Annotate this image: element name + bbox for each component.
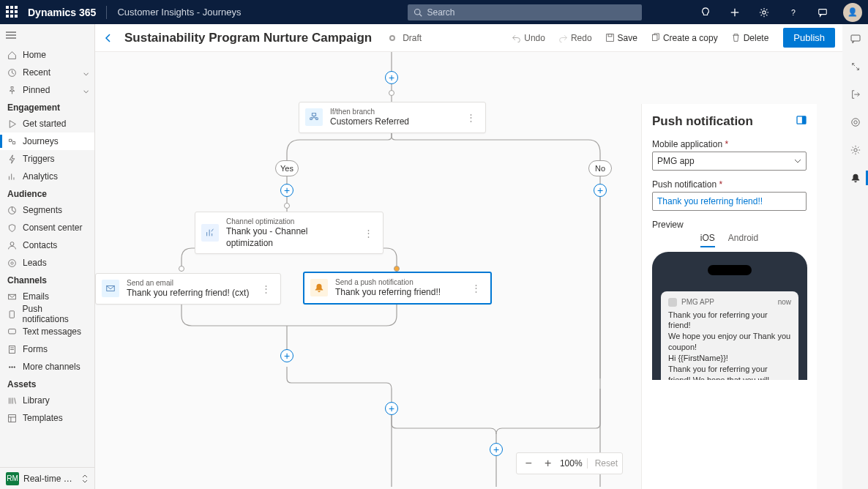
notif-line3: Hi {{FirstName}}! <box>668 353 791 364</box>
sidebar-item-library[interactable]: Library <box>0 392 94 409</box>
zoom-in-button[interactable]: + <box>540 457 555 470</box>
play-icon <box>7 119 17 129</box>
sidebar-item-emails[interactable]: Emails <box>0 288 94 305</box>
sidebar-item-text[interactable]: Text messages <box>0 323 94 340</box>
node-branch[interactable]: If/then branch Customers Referred ⋮ <box>299 102 486 133</box>
add-step-bottom[interactable]: + <box>490 443 503 456</box>
node-more[interactable]: ⋮ <box>258 283 274 294</box>
help-icon[interactable]: ? <box>782 0 805 24</box>
svg-rect-37 <box>312 113 315 116</box>
sidebar-item-push[interactable]: Push notifications <box>0 305 94 323</box>
mail-icon <box>7 292 17 302</box>
global-search[interactable]: Search <box>408 4 642 20</box>
node-more[interactable]: ⋮ <box>361 228 377 239</box>
delete-button[interactable]: Delete <box>728 30 772 46</box>
notif-line4: Thank you for referring your friend! We … <box>668 364 791 380</box>
notif-line2: We hope you enjoy our Thank you coupon! <box>668 331 791 353</box>
panel-expand[interactable] <box>796 116 807 124</box>
undo-button[interactable]: Undo <box>509 30 548 46</box>
zoom-reset-button[interactable]: Reset <box>587 458 618 469</box>
redo-button[interactable]: Redo <box>555 30 595 46</box>
lightbulb-icon[interactable] <box>694 0 717 24</box>
add-step-yes[interactable]: + <box>280 184 293 197</box>
panel-heading: Push notification <box>652 114 807 129</box>
svg-point-31 <box>851 119 859 127</box>
mobile-app-select[interactable]: PMG app <box>652 152 807 171</box>
gear-icon[interactable] <box>752 0 776 24</box>
node-label: Channel optimization <box>226 217 353 226</box>
node-value: Thank you - Channel optimization <box>226 226 353 249</box>
add-step-top[interactable]: + <box>385 71 398 84</box>
user-icon <box>7 241 17 250</box>
app-launcher[interactable] <box>6 6 19 19</box>
node-email[interactable]: Send an email Thank you referring friend… <box>95 273 281 305</box>
sidebar-item-home[interactable]: Home <box>0 46 94 64</box>
sidebar-item-triggers[interactable]: Triggers <box>0 150 94 168</box>
chat-icon[interactable] <box>811 0 834 24</box>
svg-point-23 <box>14 366 15 367</box>
sidebar-item-journeys[interactable]: Journeys <box>0 132 94 150</box>
product-name: Dynamics 365 <box>28 7 96 18</box>
status-label: Draft <box>403 33 422 43</box>
sidebar-item-templates[interactable]: Templates <box>0 409 94 427</box>
sidebar-item-more-channels[interactable]: More channels <box>0 358 94 376</box>
area-name: Customer Insights - Journeys <box>117 7 241 18</box>
rail-notifications[interactable] <box>848 171 863 185</box>
save-button[interactable]: Save <box>602 30 640 46</box>
user-avatar[interactable]: 👤 <box>843 3 862 22</box>
sidebar-item-contacts[interactable]: Contacts <box>0 236 94 254</box>
sidebar-item-forms[interactable]: Forms <box>0 340 94 358</box>
plus-icon[interactable] <box>723 0 747 24</box>
add-step-merge1[interactable]: + <box>280 349 293 362</box>
sidebar-item-analytics[interactable]: Analytics <box>0 168 94 185</box>
sidebar-item-pinned[interactable]: Pinned⌵ <box>0 81 94 99</box>
push-value-input[interactable] <box>657 196 801 206</box>
copy-button[interactable]: Create a copy <box>648 30 721 46</box>
bolt-icon <box>7 154 17 164</box>
add-step-merge2[interactable]: + <box>385 402 398 415</box>
area-label: Real-time marketi... <box>23 474 77 484</box>
node-label: If/then branch <box>330 107 409 116</box>
sidebar-item-consent[interactable]: Consent center <box>0 219 94 236</box>
section-channels: Channels <box>0 272 94 288</box>
exit-dot <box>389 90 394 96</box>
nav-toggle[interactable] <box>0 29 94 46</box>
phone-notch <box>708 265 752 275</box>
sidebar-item-recent[interactable]: Recent⌵ <box>0 64 94 81</box>
node-more[interactable]: ⋮ <box>463 112 479 123</box>
notif-line1: Thank you for referring your friend! <box>668 310 791 332</box>
svg-point-0 <box>415 9 421 15</box>
rail-expand[interactable] <box>848 59 863 74</box>
undo-icon <box>512 33 521 42</box>
sidebar-item-segments[interactable]: Segments <box>0 201 94 219</box>
library-icon <box>7 396 17 406</box>
more-icon <box>7 362 17 372</box>
back-button[interactable] <box>102 32 114 44</box>
no-label: No <box>588 160 612 176</box>
area-switcher[interactable]: RM Real-time marketi... <box>0 467 94 489</box>
zoom-out-button[interactable]: − <box>521 457 536 470</box>
pie-icon <box>7 206 17 215</box>
node-push[interactable]: Send a push notification Thank you refer… <box>303 272 492 305</box>
yes-label: Yes <box>275 160 299 176</box>
chart-icon <box>7 172 17 182</box>
rail-settings[interactable] <box>848 143 863 157</box>
rail-goal[interactable] <box>848 115 863 130</box>
sidebar-item-getstarted[interactable]: Get started <box>0 115 94 132</box>
sidebar-item-leads[interactable]: Leads <box>0 254 94 272</box>
publish-button[interactable]: Publish <box>783 28 835 48</box>
svg-rect-40 <box>802 116 806 124</box>
node-more[interactable]: ⋮ <box>468 283 484 294</box>
tab-ios[interactable]: iOS <box>700 233 715 247</box>
node-channel-opt[interactable]: Channel optimization Thank you - Channel… <box>195 212 384 254</box>
rail-exit[interactable] <box>848 87 863 102</box>
target-icon <box>7 258 17 268</box>
phone-icon <box>7 310 17 319</box>
pin-icon <box>7 86 17 95</box>
rail-copilot[interactable] <box>848 31 863 46</box>
svg-rect-24 <box>9 414 16 422</box>
status-dot <box>389 35 395 41</box>
tab-android[interactable]: Android <box>728 233 758 247</box>
add-step-no[interactable]: + <box>594 184 607 197</box>
push-lookup[interactable] <box>652 192 807 211</box>
